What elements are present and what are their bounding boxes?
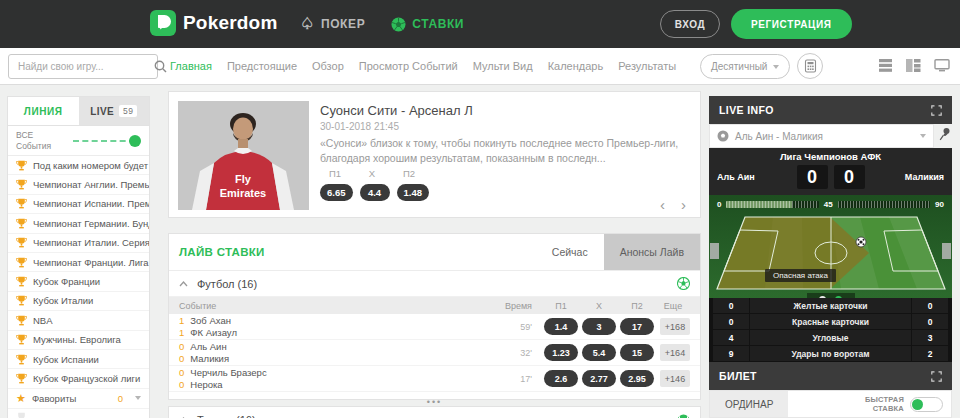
sidebar-item-france[interactable]: Чемпионат Франции. Лига 1 xyxy=(8,253,149,272)
featured-photo: Fly Emirates xyxy=(178,101,309,210)
scoreboard: Лига Чемпионов АФК Аль Аин 0 0 Маликия xyxy=(709,148,952,195)
trophy-icon xyxy=(16,315,27,326)
events-range-slider[interactable] xyxy=(73,135,139,147)
chevron-down-icon xyxy=(920,134,926,138)
odds-pill-p2[interactable]: 17 xyxy=(620,318,654,335)
home-score: 0 xyxy=(179,368,184,378)
odds-pill-x[interactable]: 2.77 xyxy=(582,370,616,387)
odds-pill-p1[interactable]: 1.23 xyxy=(544,344,578,361)
sidebar-item-cup-france[interactable]: Кубок Франции xyxy=(8,272,149,291)
view-switcher xyxy=(879,59,950,72)
monitor-view-icon[interactable] xyxy=(934,59,950,72)
match-selector-dropdown[interactable]: Аль Аин - Маликия xyxy=(709,124,934,148)
list-view-icon[interactable] xyxy=(879,59,893,72)
tab-live-announcements[interactable]: Анонсы Лайв xyxy=(604,234,700,270)
nav-stavki[interactable]: СТАВКИ xyxy=(391,17,464,32)
table-row[interactable]: 0Аль Аин 0Маликия 32' 1.23 5.4 15 +164 xyxy=(169,340,700,366)
football-icon xyxy=(677,277,690,290)
table-row[interactable]: 1Зоб Ахан 1ФК Аизаул 59' 1.4 3 17 +168 xyxy=(169,314,700,340)
football-section-header[interactable]: Футбол (16) xyxy=(169,271,700,297)
carousel-prev-icon[interactable]: ‹ xyxy=(660,197,665,212)
sidebar-item-cup-spain[interactable]: Кубок Испании xyxy=(8,350,149,369)
calculator-icon[interactable] xyxy=(797,53,823,79)
odds-header-p2: П2 xyxy=(394,168,424,179)
carousel-nav: ‹ › xyxy=(660,197,686,212)
collapse-chevron-icon[interactable] xyxy=(179,281,188,287)
quick-bet: БЫСТРАЯ СТАВКА xyxy=(865,395,951,414)
expand-icon[interactable] xyxy=(931,371,942,382)
toolbar-link-main[interactable]: Главная xyxy=(170,60,212,72)
more-markets-button[interactable]: +164 xyxy=(660,344,690,361)
sidebar-item-germany[interactable]: Чемпионат Германии. Бунде... xyxy=(8,214,149,233)
away-score-box: 0 xyxy=(834,165,865,189)
trophy-icon xyxy=(16,276,27,287)
sidebar-item-cup-french-league[interactable]: Кубок Французской лиги xyxy=(8,369,149,388)
search-input[interactable] xyxy=(9,61,154,72)
expand-more-rows[interactable]: ••• xyxy=(169,392,700,407)
home-score: 1 xyxy=(179,316,184,326)
odds-pill-x[interactable]: 5.4 xyxy=(582,344,616,361)
odds-pill-p1[interactable]: 6.65 xyxy=(320,184,353,201)
toolbar-link-event-view[interactable]: Просмотр Событий xyxy=(359,60,458,72)
table-row[interactable]: 0Черчиль Бразерс 0Нерока 17' 2.6 2.77 2.… xyxy=(169,366,700,392)
quick-bet-label: БЫСТРАЯ СТАВКА xyxy=(865,395,904,414)
sidebar-favorites[interactable]: ★ Фавориты 0 xyxy=(8,389,149,409)
featured-match-card[interactable]: Fly Emirates Суонси Сити - Арсенал Л 30-… xyxy=(168,91,701,218)
expand-icon[interactable] xyxy=(931,105,942,116)
login-button[interactable]: ВХОД xyxy=(660,10,720,38)
sidebar-item-england[interactable]: Чемпионат Англии. Премьер... xyxy=(8,175,149,194)
brand-name: Pokerdom xyxy=(183,12,278,34)
home-team-name: Аль Аин xyxy=(717,172,797,182)
stat-row: 9 Удары по воротам 2 xyxy=(713,346,948,362)
match-timeline: 0 45 90 xyxy=(709,195,952,213)
odds-pill-p1[interactable]: 1.4 xyxy=(544,318,578,335)
live-bets-card: ЛАЙВ СТАВКИ Сейчас Анонсы Лайв Футбол (1… xyxy=(168,233,701,400)
sidebar-item-partial[interactable] xyxy=(8,409,149,418)
tab-ordinar[interactable]: ОРДИНАР xyxy=(710,391,788,417)
toolbar-link-overview[interactable]: Обзор xyxy=(312,60,344,72)
odds-pill-x[interactable]: 3 xyxy=(582,318,616,335)
quick-bet-toggle[interactable] xyxy=(910,397,943,412)
odds-format-select[interactable]: Десятичный xyxy=(700,54,790,79)
home-score-box: 0 xyxy=(797,165,828,189)
odds-pill-p2[interactable]: 1.48 xyxy=(397,184,430,201)
toolbar-link-multi-view[interactable]: Мульти Вид xyxy=(473,60,533,72)
brand-logo[interactable]: Pokerdom xyxy=(150,10,278,36)
pin-icon[interactable] xyxy=(939,127,951,141)
home-score: 0 xyxy=(179,342,184,352)
toolbar-link-results[interactable]: Результаты xyxy=(618,60,676,72)
sidebar-item-cup-italy[interactable]: Кубок Италии xyxy=(8,292,149,311)
slider-knob[interactable] xyxy=(129,135,141,147)
soccer-ball-small-icon xyxy=(717,130,729,142)
toolbar-link-calendar[interactable]: Календарь xyxy=(548,60,604,72)
tennis-section-header[interactable]: Теннис (16) xyxy=(169,407,700,418)
sidebar-item-euroleague[interactable]: Мужчины. Евролига xyxy=(8,331,149,350)
odds-pill-x[interactable]: 4.4 xyxy=(360,184,390,201)
trophy-icon xyxy=(16,237,27,248)
nav-poker[interactable]: ♤ ПОКЕР xyxy=(300,16,365,32)
register-button[interactable]: РЕГИСТРАЦИЯ xyxy=(731,9,852,39)
odds-pill-p2[interactable]: 15 xyxy=(620,344,654,361)
stat-away-value: 0 xyxy=(912,301,948,311)
featured-odds: П1 X П2 6.65 4.4 1.48 xyxy=(320,168,429,201)
sidebar-item-special[interactable]: Под каким номером будет иг... xyxy=(8,156,149,175)
tab-live[interactable]: LIVE 59 xyxy=(79,97,150,125)
more-markets-button[interactable]: +168 xyxy=(660,318,690,335)
toolbar-link-upcoming[interactable]: Предстоящие xyxy=(227,60,297,72)
odds-pill-p2[interactable]: 2.95 xyxy=(620,370,654,387)
stat-row: 4 Угловые 3 xyxy=(713,330,948,346)
stat-row: 0 Желтые карточки 0 xyxy=(713,298,948,314)
tab-line[interactable]: ЛИНИЯ xyxy=(8,97,79,125)
toolbar: Главная Предстоящие Обзор Просмотр Событ… xyxy=(0,48,960,85)
carousel-next-icon[interactable]: › xyxy=(681,197,686,212)
more-markets-button[interactable]: +146 xyxy=(660,370,690,387)
trophy-icon xyxy=(16,373,27,384)
sidebar-item-nba[interactable]: NBA xyxy=(8,311,149,330)
trophy-icon xyxy=(16,334,27,345)
odds-pill-p1[interactable]: 2.6 xyxy=(544,370,578,387)
sidebar-item-spain[interactable]: Чемпионат Испании. Премь... xyxy=(8,195,149,214)
tab-now[interactable]: Сейчас xyxy=(536,234,604,270)
league-name: Лига Чемпионов АФК xyxy=(717,151,944,162)
grid-view-icon[interactable] xyxy=(906,59,921,72)
sidebar-item-italy[interactable]: Чемпионат Италии. Серия А xyxy=(8,234,149,253)
